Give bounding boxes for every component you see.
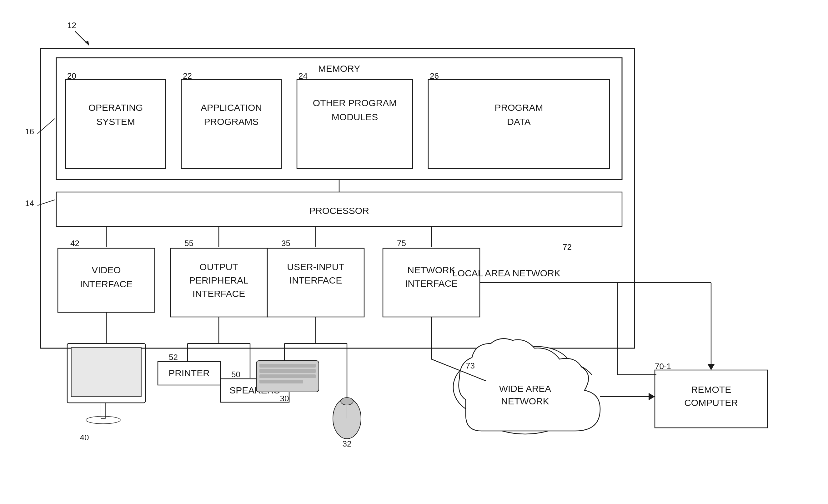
- other-modules-box: [297, 80, 413, 169]
- network-label-1: NETWORK: [407, 265, 455, 275]
- ref-55: 55: [184, 239, 194, 248]
- svg-rect-42: [259, 374, 316, 378]
- ref-14: 14: [25, 198, 34, 208]
- prog-data-label-2: DATA: [507, 117, 531, 127]
- ref-12: 12: [67, 20, 76, 30]
- ref-50: 50: [231, 370, 240, 379]
- processor-label: PROCESSOR: [309, 205, 369, 216]
- wan-label-2: NETWORK: [501, 396, 549, 406]
- svg-rect-43: [259, 380, 303, 383]
- prog-data-label-1: PROGRAM: [495, 102, 543, 113]
- keyboard: 30: [256, 361, 319, 403]
- svg-line-2: [38, 119, 55, 134]
- diagram-container: 12 16 MEMORY 20 OPERATING SYSTEM 22 APPL…: [0, 0, 828, 504]
- wan-cloud: WIDE AREA NETWORK: [453, 338, 600, 434]
- svg-rect-41: [259, 369, 316, 373]
- remote-label-1: REMOTE: [691, 384, 731, 395]
- other-modules-label-1: OTHER PROGRAM: [313, 98, 397, 108]
- svg-point-46: [341, 398, 353, 405]
- wan-label-1: WIDE AREA: [499, 383, 551, 394]
- printer-label: PRINTER: [168, 368, 210, 378]
- mouse: 32: [333, 398, 361, 448]
- ref-24: 24: [298, 71, 307, 81]
- ref-22: 22: [183, 71, 192, 81]
- ref-75: 75: [397, 239, 406, 248]
- svg-rect-40: [259, 364, 316, 368]
- ref-72: 72: [563, 242, 572, 252]
- user-input-label-1: USER-INPUT: [287, 262, 344, 272]
- main-outer-box: [41, 48, 634, 348]
- svg-point-30: [86, 416, 120, 424]
- os-label-1: OPERATING: [88, 102, 143, 113]
- app-label-2: PROGRAMS: [204, 117, 258, 127]
- ref-16: 16: [25, 127, 34, 136]
- os-label-2: SYSTEM: [96, 117, 135, 127]
- ref-40: 40: [80, 433, 89, 442]
- network-label-2: INTERFACE: [405, 278, 458, 288]
- svg-marker-22: [649, 393, 655, 400]
- ref-26: 26: [430, 71, 439, 81]
- ref-20: 20: [67, 71, 76, 81]
- output-label-3: INTERFACE: [193, 288, 245, 299]
- ref-42: 42: [70, 239, 79, 248]
- lan-label: LOCAL AREA NETWORK: [452, 268, 561, 278]
- ref-70-1: 70-1: [655, 362, 671, 371]
- video-label-1: VIDEO: [92, 265, 121, 275]
- ref-73: 73: [466, 361, 475, 370]
- remote-label-2: COMPUTER: [684, 398, 738, 408]
- other-modules-label-2: MODULES: [332, 112, 378, 122]
- svg-rect-28: [71, 348, 141, 397]
- output-label-1: OUTPUT: [199, 262, 238, 272]
- ref-52: 52: [169, 353, 178, 362]
- svg-line-4: [38, 200, 55, 205]
- ref-30: 30: [280, 394, 289, 403]
- ref-32: 32: [342, 439, 351, 448]
- output-label-2: PERIPHERAL: [189, 275, 248, 285]
- svg-marker-25: [707, 364, 715, 370]
- app-label-1: APPLICATION: [201, 102, 262, 113]
- user-input-label-2: INTERFACE: [289, 275, 342, 285]
- monitor: 40: [67, 343, 146, 442]
- memory-label: MEMORY: [318, 63, 360, 74]
- ref-35: 35: [281, 239, 290, 248]
- video-label-2: INTERFACE: [80, 279, 132, 289]
